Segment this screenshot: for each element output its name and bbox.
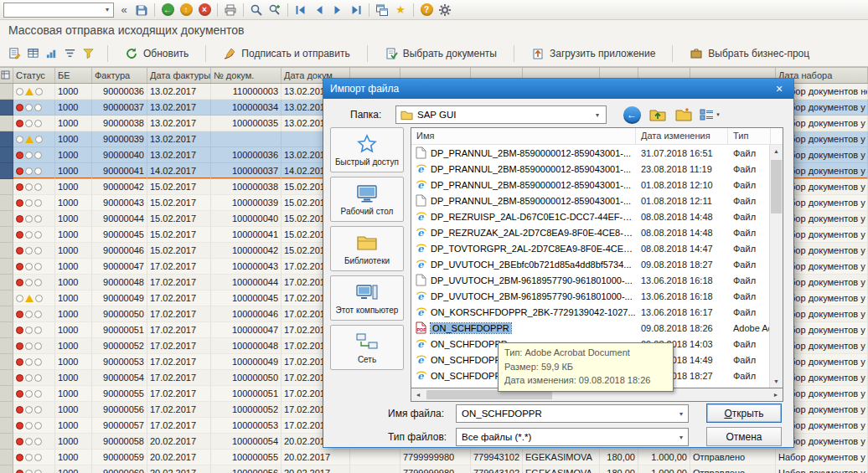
file-row[interactable]: eDP_PRANNUL_2BM-8590000012-859043001-...… [411, 177, 783, 193]
dialog-titlebar[interactable]: Импорт файла × [323, 79, 793, 99]
cell-invoice[interactable]: 90000059 [92, 450, 147, 465]
cell-invoice[interactable]: 90000037 [92, 100, 147, 116]
cell-invoice[interactable]: 90000039 [92, 131, 147, 147]
file-row[interactable]: eDP_REZRUISP_2AL-D67C0E1C-DCC7-44EF-A...… [411, 208, 783, 224]
place-network[interactable]: Сеть [330, 325, 404, 370]
cell-invdate[interactable]: 17.02.2017 [147, 290, 211, 306]
cell-docnum[interactable]: 100000035 [211, 116, 282, 131]
cell-amt2[interactable]: 1.000,00 [638, 450, 690, 465]
upload-attachment-button[interactable]: Загрузить приложение [524, 44, 662, 63]
status-cell[interactable] [13, 211, 55, 227]
cell-invoice[interactable]: 90000046 [92, 243, 147, 259]
row-select-cell[interactable] [0, 179, 13, 195]
find-next-icon[interactable] [266, 2, 284, 18]
cell-be[interactable]: 1000 [55, 179, 92, 195]
cell-be[interactable]: 1000 [55, 402, 92, 418]
select-documents-button[interactable]: Выбрать документы [378, 44, 504, 63]
cell-invoice[interactable]: 90000054 [92, 370, 147, 386]
cell-docnum[interactable]: 100000052 [211, 402, 282, 418]
cell-inn[interactable]: 7799999980 [400, 465, 471, 473]
cell-invoice[interactable]: 90000057 [92, 418, 147, 434]
cell-be[interactable]: 1000 [55, 84, 92, 100]
status-cell[interactable] [13, 243, 55, 259]
up-folder-icon[interactable] [647, 105, 669, 125]
row-select-cell[interactable] [0, 322, 13, 338]
cell-inn[interactable]: 7799999980 [400, 450, 471, 465]
status-cell[interactable] [13, 386, 55, 402]
filename-combobox[interactable]: ON_SCHFDOPPR ▾ [456, 404, 689, 423]
cell-docnum[interactable]: 100000045 [211, 290, 282, 306]
sort-icon[interactable] [42, 45, 60, 62]
file-list-column-header[interactable]: Дата изменения [636, 128, 728, 144]
column-header-docnum[interactable]: № докум. [211, 68, 282, 83]
cell-invdate[interactable]: 13.02.2017 [147, 131, 211, 147]
cell-invdate[interactable]: 17.02.2017 [147, 275, 211, 290]
status-cell[interactable] [13, 179, 55, 195]
status-cell[interactable] [13, 84, 55, 100]
cell-invoice[interactable]: 90000056 [92, 402, 147, 418]
cell-set[interactable]: Набор документов у [776, 465, 868, 473]
row-select-cell[interactable] [0, 84, 13, 100]
cell-colx[interactable] [350, 465, 400, 473]
cell-invoice[interactable]: 90000053 [92, 354, 147, 370]
cell-invdate[interactable]: 17.02.2017 [147, 386, 211, 402]
folder-combobox[interactable]: SAP GUI ▾ [395, 105, 607, 124]
cell-be[interactable]: 1000 [55, 322, 92, 338]
place-this-pc[interactable]: Этот компьютер [330, 275, 404, 321]
status-cell[interactable] [13, 450, 55, 465]
scroll-up-icon[interactable]: ▲ [770, 145, 783, 157]
file-row[interactable]: DP_PRANNUL_2BM-8590000012-859043001-...3… [411, 145, 783, 161]
cell-docnum[interactable]: 100000036 [211, 147, 282, 163]
cell-docnum[interactable] [211, 131, 282, 147]
cell-user[interactable]: EGEKASIMOVA [523, 450, 600, 465]
status-cell[interactable] [13, 306, 55, 322]
cell-docnum[interactable]: 100000040 [211, 211, 282, 227]
row-select-cell[interactable] [0, 418, 13, 434]
status-cell[interactable] [13, 418, 55, 434]
row-select-cell[interactable] [0, 227, 13, 243]
row-select-cell[interactable] [0, 243, 13, 259]
find-icon[interactable] [247, 2, 266, 18]
file-row[interactable]: eDP_REZRUZAK_2AL-2D7C8EA9-8F0E-4CE8-8...… [411, 224, 783, 240]
cell-be[interactable]: 1000 [55, 465, 92, 473]
filetype-combobox[interactable]: Все файлы (*.*) ▾ [456, 428, 689, 446]
cell-docnum[interactable]: 100000034 [211, 100, 282, 116]
cell-be[interactable]: 1000 [55, 275, 92, 290]
shortcut-icon[interactable]: ★ [391, 2, 410, 18]
cell-docnum[interactable]: 100000053 [211, 418, 282, 434]
column-header-sel[interactable] [0, 68, 13, 83]
new-folder-icon[interactable]: * [673, 105, 695, 125]
sign-send-button[interactable]: Подписать и отправить [216, 44, 356, 63]
row-select-cell[interactable] [0, 195, 13, 211]
cell-invdate[interactable]: 20.02.2017 [147, 465, 211, 473]
cell-be[interactable]: 1000 [55, 338, 92, 354]
cell-invoice[interactable]: 90000047 [92, 259, 147, 275]
cell-invoice[interactable]: 90000060 [92, 465, 147, 473]
cell-be[interactable]: 1000 [55, 116, 92, 131]
cell-amt2[interactable]: 1.000,00 [638, 465, 690, 473]
cell-be[interactable]: 1000 [55, 227, 92, 243]
cell-amt1[interactable]: 180,00 [600, 450, 638, 465]
status-cell[interactable] [13, 100, 55, 116]
status-cell[interactable] [13, 163, 55, 179]
cell-be[interactable]: 1000 [55, 354, 92, 370]
row-select-cell[interactable] [0, 116, 13, 131]
refresh-button[interactable]: Обновить [118, 44, 195, 63]
row-select-cell[interactable] [0, 131, 13, 147]
cell-invoice[interactable]: 90000038 [92, 116, 147, 131]
cell-docnum[interactable]: 100000047 [211, 322, 282, 338]
column-header-invoice[interactable]: Фактура [92, 68, 147, 83]
cell-invoice[interactable]: 90000043 [92, 195, 147, 211]
status-cell[interactable] [13, 434, 55, 450]
file-row[interactable]: DP_UVUTOCH_2BM-9618957790-961801000-...1… [411, 272, 783, 288]
cell-docnum[interactable]: 100000044 [211, 275, 282, 290]
row-select-cell[interactable] [0, 147, 13, 163]
column-header-invdate[interactable]: Дата фактуры [147, 68, 211, 83]
filter-lines-icon[interactable] [60, 45, 79, 62]
cell-invdate[interactable]: 15.02.2017 [147, 243, 211, 259]
first-page-icon[interactable] [292, 2, 310, 18]
select-business-process-button[interactable]: Выбрать бизнес-проц [683, 44, 816, 63]
status-cell[interactable] [13, 402, 55, 418]
cell-invdate[interactable]: 13.02.2017 [147, 84, 211, 100]
row-select-cell[interactable] [0, 211, 13, 227]
